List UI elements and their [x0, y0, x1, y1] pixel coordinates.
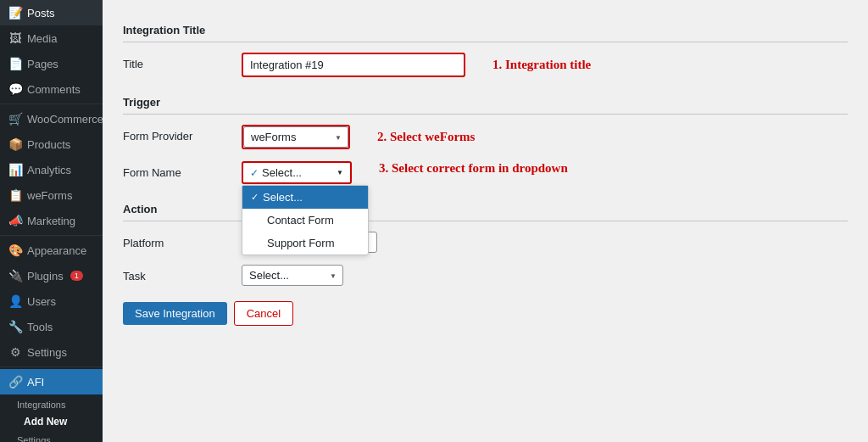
plugins-badge: 1 — [70, 271, 83, 281]
title-input-wrap — [242, 53, 465, 77]
dropdown-item-label: Select... — [263, 191, 303, 204]
form-provider-select[interactable]: weForms Gravity Forms Contact Form 7 — [243, 126, 348, 148]
sidebar-item-posts[interactable]: 📝 Posts — [0, 0, 103, 25]
task-select-wrap: Select... Subscribe Unsubscribe — [242, 265, 343, 286]
dropdown-item-support-form[interactable]: Support Form — [242, 232, 368, 255]
main-content: Integration Title Title 1. Integration t… — [103, 0, 868, 442]
products-icon: 📦 — [8, 137, 22, 151]
task-label: Task — [123, 265, 242, 283]
form-name-value: Select... — [262, 166, 302, 179]
submenu-settings-label: Settings — [8, 432, 103, 442]
marketing-icon: 📣 — [8, 214, 22, 227]
media-icon: 🖼 — [8, 31, 22, 45]
submenu-section-label: Integrations — [8, 394, 103, 411]
weforms-icon: 📋 — [8, 188, 22, 202]
sidebar-item-comments[interactable]: 💬 Comments — [0, 76, 103, 102]
sidebar-item-weforms[interactable]: 📋 weForms — [0, 182, 103, 208]
dropdown-item-contact-form[interactable]: Contact Form — [242, 209, 368, 232]
title-row: Title 1. Integration title — [123, 53, 848, 77]
sidebar-item-label: Users — [27, 295, 56, 308]
form-provider-row: Form Provider weForms Gravity Forms Cont… — [123, 125, 848, 149]
sidebar-item-label: AFI — [27, 376, 44, 389]
sidebar-item-tools[interactable]: 🔧 Tools — [0, 314, 103, 339]
sidebar-item-settings[interactable]: ⚙ Settings — [0, 339, 103, 365]
form-buttons: Save Integration Cancel — [123, 301, 848, 326]
sidebar-item-analytics[interactable]: 📊 Analytics — [0, 157, 103, 182]
sidebar-item-plugins[interactable]: 🔌 Plugins 1 — [0, 263, 103, 288]
tools-icon: 🔧 — [8, 320, 22, 333]
settings-icon: ⚙ — [8, 345, 22, 359]
platform-label: Platform — [123, 232, 242, 249]
form-name-dropdown-list: ✓ Select... Contact Form Support Form — [242, 185, 369, 255]
form-name-row: Form Name ✓ Select... ▼ ✓ Select... Cont… — [123, 161, 848, 184]
task-row: Task Select... Subscribe Unsubscribe — [123, 265, 848, 286]
afi-icon: 🔗 — [8, 375, 22, 389]
sidebar-item-label: Plugins — [27, 270, 64, 283]
pages-icon: 📄 — [8, 57, 22, 70]
form-provider-select-wrap: weForms Gravity Forms Contact Form 7 — [242, 125, 350, 149]
sidebar-item-label: Posts — [27, 7, 55, 20]
woocommerce-icon: 🛒 — [8, 112, 22, 126]
sidebar-item-products[interactable]: 📦 Products — [0, 131, 103, 157]
sidebar-item-label: Media — [27, 32, 57, 45]
sidebar-item-label: Appearance — [27, 244, 86, 257]
comments-icon: 💬 — [8, 82, 22, 96]
sidebar-item-label: Settings — [27, 346, 67, 359]
sidebar-item-label: Pages — [27, 58, 58, 70]
sidebar-item-users[interactable]: 👤 Users — [0, 288, 103, 314]
sidebar-item-label: Analytics — [27, 164, 71, 176]
title-input[interactable] — [243, 54, 464, 76]
form-name-dropdown-wrap: ✓ Select... ▼ ✓ Select... Contact Form — [242, 161, 352, 184]
sidebar-item-woocommerce[interactable]: 🛒 WooCommerce — [0, 106, 103, 131]
checkmark-icon: ✓ — [251, 192, 259, 203]
sidebar-item-label: weForms — [27, 189, 72, 202]
plugins-icon: 🔌 — [8, 269, 22, 283]
task-select[interactable]: Select... Subscribe Unsubscribe — [242, 265, 343, 286]
sidebar-item-label: Tools — [27, 321, 53, 333]
appearance-icon: 🎨 — [8, 243, 22, 257]
trigger-section: Trigger — [123, 89, 848, 114]
sidebar-item-label: Marketing — [27, 215, 75, 227]
posts-icon: 📝 — [8, 6, 22, 20]
sidebar-item-pages[interactable]: 📄 Pages — [0, 51, 103, 76]
sidebar-item-label: Comments — [27, 83, 81, 96]
title-label: Title — [123, 53, 242, 70]
sidebar-submenu: Integrations Add New Settings ↳ Contact … — [0, 394, 103, 442]
form-provider-control: weForms Gravity Forms Contact Form 7 2. … — [242, 125, 848, 149]
form-provider-label: Form Provider — [123, 125, 242, 143]
title-control-wrap: 1. Integration title — [242, 53, 848, 77]
chevron-down-icon: ▼ — [337, 169, 343, 176]
form-name-button[interactable]: ✓ Select... ▼ — [242, 161, 352, 184]
annotation-3: 3. Select correct form in dropdown — [379, 161, 568, 176]
sidebar-item-label: WooCommerce — [27, 113, 103, 126]
annotation-2: 2. Select weForms — [377, 130, 475, 144]
sidebar-item-media[interactable]: 🖼 Media — [0, 25, 103, 51]
platform-row: Platform Select... Mailchimp ActiveCampa… — [123, 232, 848, 253]
sidebar-item-label: Products — [27, 138, 70, 151]
sidebar: 📝 Posts 🖼 Media 📄 Pages 💬 Comments 🛒 Woo… — [0, 0, 103, 442]
users-icon: 👤 — [8, 294, 22, 308]
form-name-control: ✓ Select... ▼ ✓ Select... Contact Form — [242, 161, 848, 184]
sidebar-item-afi[interactable]: 🔗 AFI — [0, 369, 103, 394]
dropdown-item-label: Contact Form — [267, 214, 334, 227]
form-name-label: Form Name — [123, 161, 242, 179]
integration-title-section: Integration Title — [123, 17, 848, 42]
dropdown-item-select[interactable]: ✓ Select... — [242, 186, 368, 209]
save-integration-button[interactable]: Save Integration — [123, 302, 227, 325]
sidebar-item-marketing[interactable]: 📣 Marketing — [0, 208, 103, 233]
form-name-checkmark: ✓ — [250, 167, 259, 179]
dropdown-item-label: Support Form — [267, 237, 334, 249]
analytics-icon: 📊 — [8, 163, 22, 176]
cancel-button[interactable]: Cancel — [234, 301, 293, 326]
action-section: Action — [123, 196, 848, 221]
sidebar-item-appearance[interactable]: 🎨 Appearance — [0, 238, 103, 263]
sidebar-submenu-add-new[interactable]: Add New — [8, 411, 103, 432]
add-new-label: Add New — [24, 416, 67, 428]
task-control: Select... Subscribe Unsubscribe — [242, 265, 848, 286]
annotation-1: 1. Integration title — [492, 58, 591, 72]
